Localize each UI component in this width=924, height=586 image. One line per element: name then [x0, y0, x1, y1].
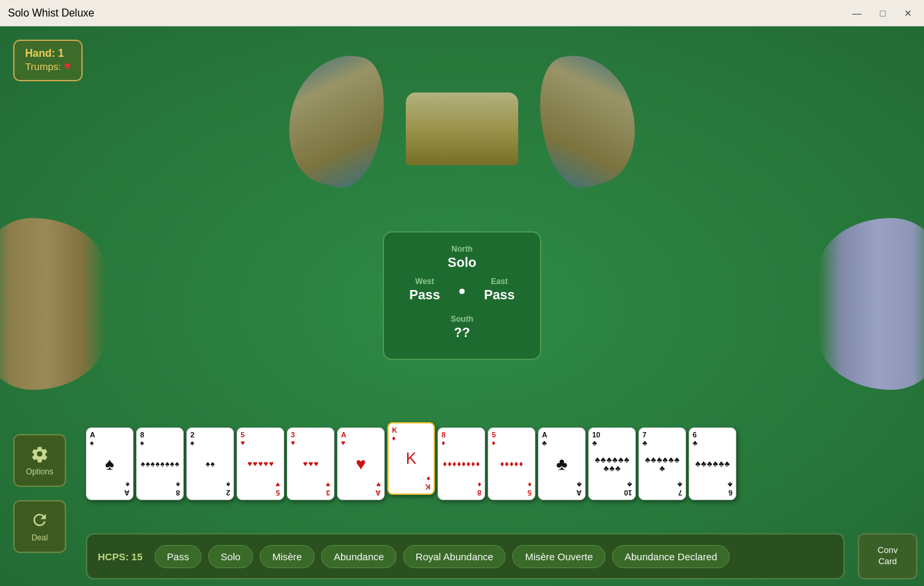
hcps-label: HCPS: 15 — [98, 551, 143, 562]
player-card-8[interactable]: 5 ♦♦♦♦♦♦5 ♦ — [488, 427, 535, 500]
bidding-panel: North Solo West Pass East Pass South ?? — [383, 231, 541, 360]
trumps-suit: ♥ — [64, 59, 71, 73]
player-card-12[interactable]: 6 ♣♣♣♣♣♣♣6 ♣ — [689, 427, 736, 500]
titlebar: Solo Whist Deluxe — □ ✕ — [0, 0, 924, 26]
player-card-5[interactable]: A ♥♥A ♥ — [337, 427, 385, 500]
bid-button-royal-abundance[interactable]: Royal Abundance — [403, 545, 506, 568]
bid-button-abundance[interactable]: Abundance — [321, 545, 397, 568]
north-cards-held — [406, 92, 518, 165]
east-hands — [798, 198, 924, 410]
player-card-1[interactable]: 8 ♠♠♠♠♠♠♠♠♠8 ♠ — [136, 427, 184, 500]
north-arm-right — [525, 43, 649, 194]
west-cell: West Pass — [397, 277, 452, 309]
minimize-button[interactable]: — — [849, 7, 866, 20]
trumps-label: Trumps: ♥ — [25, 59, 71, 73]
bid-button-solo[interactable]: Solo — [208, 545, 253, 568]
player-card-4[interactable]: 3 ♥♥♥♥3 ♥ — [287, 427, 334, 500]
bid-dot — [459, 289, 465, 294]
app-title: Solo Whist Deluxe — [8, 7, 95, 19]
player-card-6[interactable]: K ♦KK ♦ — [387, 422, 435, 495]
south-bid: ?? — [397, 325, 527, 340]
bid-bar: HCPS: 15 PassSoloMisèreAbundanceRoyal Ab… — [86, 533, 845, 579]
player-card-10[interactable]: 10 ♣♣♣♣♣♣♣♣♣♣10 ♣ — [588, 427, 636, 500]
player-card-11[interactable]: 7 ♣♣♣♣♣♣♣♣7 ♣ — [638, 427, 686, 500]
north-bid: Solo — [397, 255, 527, 270]
bid-middle-row: West Pass East Pass — [397, 277, 527, 309]
bid-dot-col — [452, 277, 472, 294]
player-card-7[interactable]: 8 ♦♦♦♦♦♦♦♦♦8 ♦ — [438, 427, 485, 500]
deal-label: Deal — [32, 533, 48, 542]
east-direction: East — [472, 277, 527, 286]
west-hands — [0, 198, 126, 410]
north-arm-left — [276, 43, 399, 194]
game-area: Hand: 1 Trumps: ♥ North Solo West Pass E… — [0, 26, 924, 586]
player-card-0[interactable]: A ♠♠A ♠ — [86, 427, 134, 500]
bid-button-misère[interactable]: Misère — [260, 545, 315, 568]
close-button[interactable]: ✕ — [900, 7, 916, 20]
options-label: Options — [26, 467, 53, 476]
options-button[interactable]: Options — [13, 434, 66, 487]
gear-icon — [30, 445, 49, 463]
west-bid: Pass — [397, 287, 452, 303]
south-cell: South ?? — [397, 314, 527, 340]
player-card-9[interactable]: A ♣♣A ♣ — [538, 427, 586, 500]
bid-button-misère-ouverte[interactable]: Misère Ouverte — [512, 545, 605, 568]
north-direction: North — [397, 244, 527, 254]
refresh-icon — [30, 511, 49, 529]
conv-card-label: ConvCard — [878, 545, 898, 568]
conv-card-button[interactable]: ConvCard — [858, 533, 917, 579]
west-hand-shape — [0, 218, 106, 390]
east-bid: Pass — [472, 287, 527, 303]
hand-info: Hand: 1 Trumps: ♥ — [13, 40, 83, 81]
player-card-2[interactable]: 2 ♠♠♠2 ♠ — [186, 427, 234, 500]
south-direction: South — [397, 314, 527, 324]
player-card-3[interactable]: 5 ♥♥♥♥♥♥5 ♥ — [237, 427, 284, 500]
hand-label: Hand: 1 — [25, 48, 71, 59]
east-hand-shape — [818, 218, 924, 390]
bid-button-abundance-declared[interactable]: Abundance Declared — [612, 545, 730, 568]
player-cards: A ♠♠A ♠8 ♠♠♠♠♠♠♠♠♠8 ♠2 ♠♠♠2 ♠5 ♥♥♥♥♥♥5 ♥… — [86, 414, 911, 500]
titlebar-controls: — □ ✕ — [849, 7, 916, 20]
west-direction: West — [397, 277, 452, 286]
maximize-button[interactable]: □ — [876, 7, 890, 20]
bid-button-pass[interactable]: Pass — [155, 545, 202, 568]
east-cell: East Pass — [472, 277, 527, 309]
deal-button[interactable]: Deal — [13, 500, 66, 553]
